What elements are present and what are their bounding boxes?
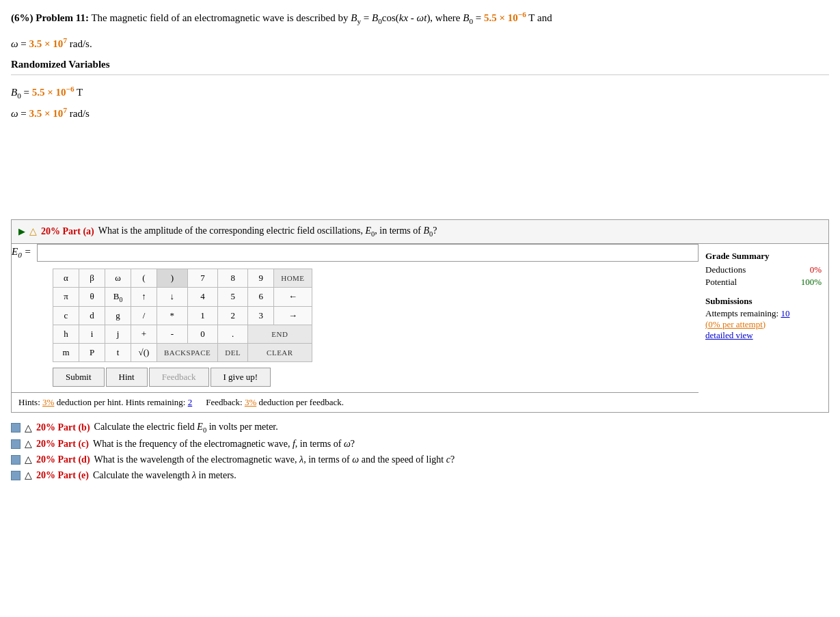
hints-row: Hints: 3% deduction per hint. Hints rema…: [12, 392, 699, 412]
key-5[interactable]: 5: [218, 287, 248, 307]
variables-block: B0 = 5.5 × 10−6 T ω = 3.5 × 107 rad/s: [11, 82, 829, 124]
part-a-body: E0 = α β ω ( ) 7 8 9: [12, 244, 828, 413]
deductions-value: 0%: [810, 264, 822, 275]
key-beta[interactable]: β: [79, 269, 105, 287]
key-pi[interactable]: π: [53, 287, 79, 307]
part-d-percent: 20% Part (d): [36, 454, 90, 465]
key-dot[interactable]: .: [218, 325, 248, 344]
part-d-icon: [11, 455, 21, 465]
answer-input[interactable]: [37, 244, 699, 262]
key-d[interactable]: d: [79, 307, 105, 325]
hints-desc: deduction per hint. Hints remaining:: [54, 397, 187, 407]
key-7[interactable]: 7: [187, 269, 218, 287]
key-P[interactable]: P: [79, 344, 105, 362]
key-3[interactable]: 3: [248, 307, 274, 325]
key-slash[interactable]: /: [131, 307, 157, 325]
hints-deduction: 3%: [42, 397, 54, 407]
grade-summary: Grade Summary Deductions 0% Potential 10…: [699, 244, 828, 413]
key-asterisk[interactable]: *: [157, 307, 188, 325]
key-plus[interactable]: +: [131, 325, 157, 344]
keypad-container: α β ω ( ) 7 8 9 HOME π θ: [53, 269, 699, 363]
hints-text: Hints: 3% deduction per hint. Hints rema…: [18, 397, 192, 408]
key-6[interactable]: 6: [248, 287, 274, 307]
part-b-row: △ 20% Part (b) Calculate the electric fi…: [11, 420, 829, 436]
part-c-icon: [11, 439, 21, 449]
key-2[interactable]: 2: [218, 307, 248, 325]
feedback-desc: deduction per feedback.: [256, 397, 344, 407]
part-e-row: △ 20% Part (e) Calculate the wavelength …: [11, 467, 829, 483]
key-del[interactable]: DEL: [218, 344, 248, 362]
deductions-row: Deductions 0%: [705, 264, 822, 275]
key-open-paren[interactable]: (: [131, 269, 157, 287]
key-9[interactable]: 9: [248, 269, 274, 287]
key-minus[interactable]: -: [157, 325, 188, 344]
key-home[interactable]: HOME: [274, 269, 312, 287]
part-a-left: E0 = α β ω ( ) 7 8 9: [12, 244, 699, 413]
var2-row: ω = 3.5 × 107 rad/s: [11, 103, 829, 124]
key-4[interactable]: 4: [187, 287, 218, 307]
key-1[interactable]: 1: [187, 307, 218, 325]
warn-icon-d: △: [25, 454, 32, 465]
key-end[interactable]: END: [248, 325, 312, 344]
feedback-deduction: 3%: [245, 397, 256, 407]
potential-value: 100%: [801, 277, 822, 288]
keypad-row-5: m P t √() BACKSPACE DEL CLEAR: [53, 344, 312, 362]
problem-header: (6%) Problem 11: The magnetic field of a…: [11, 8, 829, 27]
key-g[interactable]: g: [105, 307, 131, 325]
submit-button[interactable]: Submit: [53, 368, 105, 387]
attempts-row: Attempts remaining: 10: [705, 308, 822, 319]
deductions-label: Deductions: [705, 264, 746, 275]
key-8[interactable]: 8: [218, 269, 248, 287]
key-t[interactable]: t: [105, 344, 131, 362]
key-j[interactable]: j: [105, 325, 131, 344]
warn-icon-a: △: [29, 225, 37, 237]
key-theta[interactable]: θ: [79, 287, 105, 307]
key-backspace[interactable]: BACKSPACE: [157, 344, 218, 362]
part-c-row: △ 20% Part (c) What is the frequency of …: [11, 436, 829, 452]
other-parts: △ 20% Part (b) Calculate the electric fi…: [11, 420, 829, 483]
give-up-button[interactable]: I give up!: [211, 368, 271, 387]
key-h[interactable]: h: [53, 325, 79, 344]
part-a-section: ▶ △ 20% Part (a) What is the amplitude o…: [11, 219, 829, 413]
key-clear[interactable]: CLEAR: [248, 344, 312, 362]
key-right-arrow[interactable]: →: [274, 307, 312, 325]
answer-row: E0 =: [12, 244, 699, 262]
omega-header-value: 3.5 × 107: [29, 38, 67, 49]
attempts-value[interactable]: 10: [781, 308, 789, 318]
feedback-button[interactable]: Feedback: [149, 368, 209, 387]
key-left-arrow[interactable]: ←: [274, 287, 312, 307]
key-B0[interactable]: B0: [105, 287, 131, 307]
part-c-percent: 20% Part (c): [36, 439, 89, 450]
warn-icon-c: △: [25, 438, 32, 450]
part-d-text: What is the wavelength of the electromag…: [94, 454, 455, 465]
part-e-icon: [11, 471, 21, 480]
per-attempt-value: (0% per attempt): [705, 319, 766, 329]
key-down[interactable]: ↓: [157, 287, 188, 307]
key-sqrt[interactable]: √(): [131, 344, 157, 362]
key-0[interactable]: 0: [187, 325, 218, 344]
part-c-text: What is the frequency of the electromagn…: [93, 439, 355, 450]
key-omega[interactable]: ω: [105, 269, 131, 287]
b0-header-value: 5.5 × 10−6: [484, 12, 526, 23]
var1-value: 5.5 × 10−6: [32, 87, 74, 98]
submissions-section: Submissions Attempts remaining: 10 (0% p…: [705, 296, 822, 341]
problem-desc: The magnetic field of an electromagnetic…: [91, 12, 484, 23]
key-c[interactable]: c: [53, 307, 79, 325]
key-up[interactable]: ↑: [131, 287, 157, 307]
detailed-view-link[interactable]: detailed view: [705, 330, 753, 340]
key-close-paren[interactable]: ): [157, 269, 188, 287]
omega-header: ω = 3.5 × 107 rad/s.: [11, 34, 829, 52]
hints-label: Hints:: [18, 397, 42, 407]
key-i[interactable]: i: [79, 325, 105, 344]
keypad-table: α β ω ( ) 7 8 9 HOME π θ: [53, 269, 312, 363]
hints-remaining: 2: [188, 397, 193, 407]
key-alpha[interactable]: α: [53, 269, 79, 287]
key-m[interactable]: m: [53, 344, 79, 362]
randomized-variables-title: Randomized Variables: [11, 59, 829, 70]
detailed-view-row: detailed view: [705, 330, 822, 341]
hint-button[interactable]: Hint: [106, 368, 148, 387]
problem-number: Problem 11:: [36, 12, 89, 23]
spacer: [11, 131, 829, 212]
part-b-percent: 20% Part (b): [36, 422, 90, 433]
var2-value: 3.5 × 107: [29, 108, 67, 119]
